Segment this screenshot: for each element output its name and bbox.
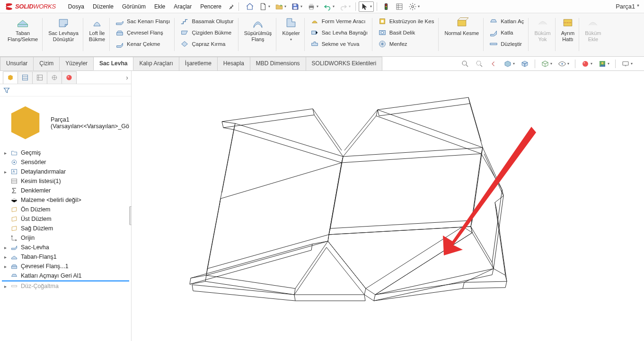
tree-item-sensorler[interactable]: ▸Sensörler: [0, 157, 131, 167]
normal-kesme-button[interactable]: Normal Kesme: [442, 15, 481, 37]
print-button[interactable]: [305, 1, 320, 12]
manager-tab-property[interactable]: [18, 71, 33, 84]
basamak-olustur-button[interactable]: Basamak Oluştur: [178, 16, 235, 26]
undo-button[interactable]: [321, 1, 336, 12]
unfold-icon: [10, 272, 18, 280]
menu-ekle[interactable]: Ekle: [150, 1, 169, 12]
tree-item-saclevha[interactable]: ▸Sac-Levha: [0, 243, 131, 252]
pin-icon[interactable]: [228, 1, 235, 12]
redo-button[interactable]: [337, 1, 353, 12]
ribbon: Taban Flanş/Sekme Sac Levhaya Dönüştür L…: [0, 13, 644, 57]
flatpattern-icon: [10, 282, 18, 290]
apply-scene-icon[interactable]: [596, 59, 611, 69]
supurulmus-flans-button[interactable]: Süpürülmüş Flanş: [242, 15, 274, 43]
tab-cizim[interactable]: Çizim: [33, 57, 60, 70]
cizgiden-bukme-button[interactable]: Çizgiden Bükme: [178, 27, 235, 38]
heads-up-view-toolbar: [459, 59, 644, 69]
tree-root[interactable]: Parça1 (Varsayılan<<Varsayılan>_Gö: [0, 98, 131, 148]
manager-tab-feature[interactable]: [3, 71, 18, 84]
tree-item-detay[interactable]: ▸ADetaylandırmalar: [0, 167, 131, 176]
tab-yuzeyler[interactable]: Yüzeyler: [59, 57, 94, 70]
tab-unsurlar[interactable]: Unsurlar: [0, 57, 34, 70]
manager-tab-appearance[interactable]: [62, 71, 77, 84]
panel-collapse-icon[interactable]: ›: [126, 74, 128, 81]
kenar-cekme-button[interactable]: Kenar Çekme: [114, 39, 172, 49]
svg-point-20: [583, 62, 585, 63]
sac-kenari-flansi-button[interactable]: Sac Kenarı Flanşı: [114, 16, 172, 26]
tree-item-kesim[interactable]: ▸Kesim listesi(1): [0, 176, 131, 186]
manager-tab-config[interactable]: [32, 71, 47, 84]
new-button[interactable]: [257, 1, 272, 12]
tree-item-gecmis[interactable]: ▸Geçmiş: [0, 148, 131, 157]
save-button[interactable]: [289, 1, 304, 12]
capraz-kirma-button[interactable]: Çapraz Kırma: [178, 39, 235, 49]
zoom-area-icon[interactable]: [473, 59, 485, 69]
sekme-ve-yuva-button[interactable]: Sekme ve Yuva: [309, 39, 370, 49]
tree-item-denklemler[interactable]: ▸Denklemler: [0, 186, 131, 195]
form-verme-araci-button[interactable]: Form Verme Aracı: [309, 16, 370, 26]
tree-item-sag-duzlem[interactable]: ▸Sağ Düzlem: [0, 224, 131, 233]
sac-levha-bayragi-button[interactable]: Sac Levha Bayrağı: [309, 27, 370, 38]
svg-text:A: A: [13, 169, 15, 174]
model-render: [132, 71, 644, 341]
loft-ile-bukme-button[interactable]: Loft İle Bükme: [87, 15, 107, 43]
menu-dosya[interactable]: Dosya: [64, 1, 88, 12]
tab-isaretleme[interactable]: İşaretleme: [179, 57, 218, 70]
svg-point-22: [601, 62, 604, 64]
quick-access-toolbar: [244, 1, 422, 12]
previous-view-icon[interactable]: [487, 59, 500, 69]
options-button[interactable]: [406, 1, 422, 12]
view-settings-icon[interactable]: [619, 59, 635, 69]
zoom-fit-icon[interactable]: [459, 59, 471, 69]
tab-saclevha[interactable]: Sac Levha: [93, 57, 133, 70]
tree-item-duz-cogaltma[interactable]: ▸Düz-Çoğaltma: [0, 281, 131, 291]
basit-delik-button[interactable]: Basit Delik: [376, 27, 436, 38]
view-orientation-icon[interactable]: [519, 59, 531, 69]
tree-item-ust-duzlem[interactable]: ▸Üst Düzlem: [0, 214, 131, 224]
katlari-ac-button[interactable]: Katları Aç: [487, 16, 526, 26]
sensor-icon: [10, 158, 18, 166]
select-button[interactable]: [359, 1, 374, 12]
graphics-viewport[interactable]: [132, 71, 644, 341]
tree-item-on-duzlem[interactable]: ▸Ön Düzlem: [0, 205, 131, 214]
svg-point-10: [412, 5, 414, 8]
traffic-light-icon[interactable]: [380, 1, 392, 12]
tree-item-katlari-geri-al[interactable]: ▸Katları Açmayı Geri Al1: [0, 271, 131, 280]
hide-show-icon[interactable]: [556, 59, 571, 69]
tree-filter[interactable]: [0, 84, 131, 96]
tree-item-cevresel-flans[interactable]: ▸Çevresel Flanş...1: [0, 262, 131, 271]
display-style-icon[interactable]: [539, 59, 554, 69]
menu-gorunum[interactable]: Görünüm: [118, 1, 150, 12]
tree-item-taban-flans[interactable]: ▸Taban-Flanş1: [0, 252, 131, 262]
section-view-icon[interactable]: [502, 59, 517, 69]
menu-pencere[interactable]: Pencere: [196, 1, 225, 12]
menu-araclar[interactable]: Araçlar: [170, 1, 195, 12]
sigma-icon: [10, 187, 18, 194]
open-button[interactable]: [273, 1, 288, 12]
koseler-button[interactable]: Köşeler ▾: [280, 15, 301, 43]
home-button[interactable]: [244, 1, 256, 12]
katla-button[interactable]: Katla: [487, 27, 526, 38]
tree-item-orijin[interactable]: ▸Orijin: [0, 233, 131, 243]
svg-point-6: [386, 4, 387, 5]
cevresel-flans-button[interactable]: Çevresel Flanş: [114, 27, 172, 38]
manager-tab-dimxpert[interactable]: [47, 71, 62, 84]
tab-hesapla[interactable]: Hesapla: [217, 57, 250, 70]
menu-duzenle[interactable]: Düzenle: [89, 1, 117, 12]
taban-flans-button[interactable]: Taban Flanş/Sekme: [6, 15, 40, 43]
ayrim-hatti-button[interactable]: Ayrım Hattı: [559, 15, 577, 43]
properties-icon[interactable]: [393, 1, 406, 12]
duzlestir-button[interactable]: Düzleştir: [487, 39, 526, 49]
ekstruzyon-ile-kes-button[interactable]: Ekstrüzyon ile Kes: [376, 16, 436, 26]
tree-item-malzeme[interactable]: ▸Malzeme <belirli değil>: [0, 195, 131, 205]
svg-point-30: [13, 161, 15, 163]
document-title: Parça1 *: [616, 3, 639, 10]
feature-manager-panel: › Parça1 (Varsayılan<<Varsayılan>_Gö ▸Ge…: [0, 71, 132, 341]
tab-mbd[interactable]: MBD Dimensions: [250, 57, 306, 70]
edit-appearance-icon[interactable]: [579, 59, 594, 69]
plane-icon: [10, 206, 18, 213]
sac-levhaya-donustur-button[interactable]: Sac Levhaya Dönüştür: [46, 15, 80, 43]
tab-eklentiler[interactable]: SOLIDWORKS Eklentileri: [306, 57, 383, 70]
menfez-button[interactable]: Menfez: [376, 39, 436, 49]
tab-kalip[interactable]: Kalıp Araçları: [133, 57, 179, 70]
